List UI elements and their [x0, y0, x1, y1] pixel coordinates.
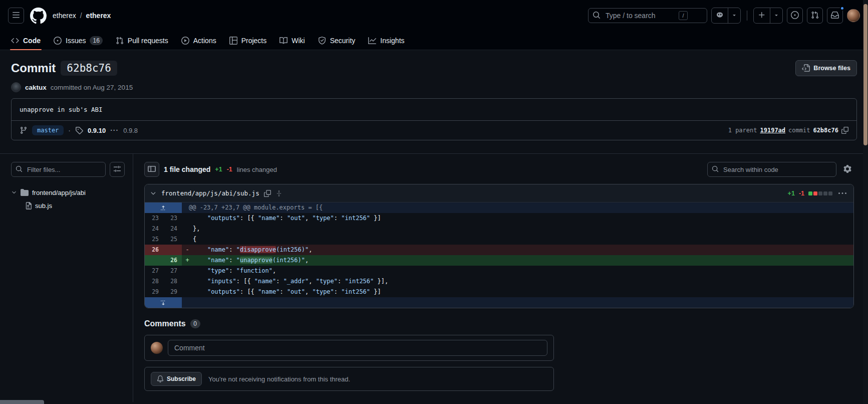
- filter-files-input[interactable]: [26, 165, 81, 174]
- author-avatar[interactable]: [11, 82, 21, 92]
- bell-icon: [157, 375, 164, 382]
- code-line[interactable]: {: [182, 234, 853, 245]
- old-line-number[interactable]: 26: [145, 245, 163, 255]
- branch-label[interactable]: master: [32, 125, 64, 135]
- breadcrumb-owner-link[interactable]: etherex: [53, 12, 76, 20]
- line-number-gutter: 2828: [145, 276, 182, 287]
- global-search[interactable]: /: [588, 8, 707, 23]
- new-line-number[interactable]: 27: [163, 266, 182, 276]
- diff-expand-up-button[interactable]: [145, 203, 182, 213]
- old-line-number[interactable]: 24: [145, 224, 163, 234]
- collapse-file-chevron-button[interactable]: [150, 190, 157, 197]
- more-tags-button[interactable]: ···: [110, 126, 119, 134]
- tag-0910-link[interactable]: 0.9.10: [88, 127, 106, 134]
- subscribe-button[interactable]: Subscribe: [151, 372, 202, 386]
- create-new-button[interactable]: [754, 8, 770, 23]
- tree-folder-row[interactable]: frontend/app/js/abi: [11, 186, 125, 199]
- diff-settings-button[interactable]: [841, 163, 854, 176]
- diff-row-context: 2727 "type": "function",: [145, 266, 853, 276]
- commit-word-label: commit: [788, 127, 810, 134]
- code-line[interactable]: "outputs": [{ "name": "out", "type": "in…: [182, 287, 853, 297]
- page-title: Commit: [11, 61, 56, 75]
- new-line-number[interactable]: 29: [163, 287, 182, 297]
- tab-insights[interactable]: Insights: [363, 31, 409, 50]
- tab-code[interactable]: Code: [6, 31, 46, 50]
- old-line-number[interactable]: 27: [145, 266, 163, 276]
- parent-sha-link[interactable]: 19197ad: [760, 127, 785, 134]
- new-line-number[interactable]: 28: [163, 276, 182, 287]
- full-commit-sha: 62b8c76: [813, 127, 838, 134]
- new-line-number[interactable]: 25: [163, 234, 182, 245]
- tab-label: Insights: [380, 37, 404, 45]
- file-path[interactable]: frontend/app/js/abi/sub.js: [161, 189, 259, 197]
- code-line[interactable]: "type": "function",: [182, 266, 853, 276]
- tag-098-link[interactable]: 0.9.8: [123, 127, 138, 134]
- author-login-link[interactable]: caktux: [25, 84, 47, 91]
- copy-sha-button[interactable]: [841, 127, 848, 134]
- hamburger-menu-button[interactable]: [8, 8, 24, 24]
- diffstat-block-deleted: [813, 191, 817, 195]
- tab-issues[interactable]: Issues16: [49, 31, 108, 50]
- line-number-gutter: 2525: [145, 234, 182, 245]
- code-line[interactable]: "outputs": [{ "name": "out", "type": "in…: [182, 213, 853, 224]
- search-within-code-input[interactable]: [722, 165, 817, 174]
- current-user-avatar: [151, 342, 163, 354]
- tab-security[interactable]: Security: [313, 31, 361, 50]
- line-number-gutter: 26: [145, 255, 182, 266]
- breadcrumb-repo-link[interactable]: etherex: [86, 12, 111, 20]
- drag-handle-icon[interactable]: [275, 190, 282, 197]
- tree-file-row[interactable]: sub.js: [24, 199, 125, 212]
- breadcrumb: etherex / etherex: [53, 12, 111, 20]
- file-additions: +1: [788, 190, 795, 197]
- copy-path-button[interactable]: [264, 190, 271, 197]
- file-tree: frontend/app/js/abisub.js: [11, 186, 125, 212]
- old-line-number[interactable]: 23: [145, 213, 163, 224]
- user-avatar[interactable]: [847, 9, 860, 22]
- new-line-number[interactable]: 24: [163, 224, 182, 234]
- browse-files-button[interactable]: Browse files: [795, 60, 857, 76]
- code-line[interactable]: "inputs": [{ "name": "_addr", "type": "i…: [182, 276, 853, 287]
- file-options-kebab-button[interactable]: [836, 189, 848, 197]
- scrollbar-thumb[interactable]: [863, 4, 867, 145]
- tab-wiki[interactable]: Wiki: [274, 31, 310, 50]
- new-line-number[interactable]: 23: [163, 213, 182, 224]
- comment-input[interactable]: [168, 340, 547, 356]
- old-line-number[interactable]: [145, 255, 163, 266]
- issue-opened-icon: [791, 11, 799, 21]
- code-line[interactable]: },: [182, 224, 853, 234]
- diff-row-context: 2323 "outputs": [{ "name": "out", "type"…: [145, 213, 853, 224]
- search-within-code-field[interactable]: [707, 162, 836, 177]
- code-line[interactable]: - "name": "disapprove(int256)",: [182, 245, 853, 255]
- copilot-dropdown-button[interactable]: [728, 8, 740, 23]
- diff-row-add: 26+ "name": "unapprove(int256)",: [145, 255, 853, 266]
- tab-projects[interactable]: Projects: [224, 31, 272, 50]
- copilot-button[interactable]: [712, 8, 728, 23]
- github-logo-icon[interactable]: [30, 8, 47, 24]
- diff-expand-down-button[interactable]: [145, 297, 182, 308]
- create-new-dropdown-button[interactable]: [770, 8, 782, 23]
- file-diff-icon: [24, 202, 32, 210]
- diffstat-block-added: [808, 191, 812, 195]
- new-line-number[interactable]: 26: [163, 255, 182, 266]
- new-line-number[interactable]: [163, 245, 182, 255]
- diff-row-context: 2828 "inputs": [{ "name": "_addr", "type…: [145, 276, 853, 287]
- tree-options-button[interactable]: [110, 162, 125, 177]
- old-line-number[interactable]: 28: [145, 276, 163, 287]
- diff-row-context: 2525{: [145, 234, 853, 245]
- line-number-gutter: 26: [145, 245, 182, 255]
- pull-requests-quicklink-button[interactable]: [807, 8, 823, 24]
- app-header: etherex / etherex /: [0, 0, 868, 31]
- old-line-number[interactable]: 29: [145, 287, 163, 297]
- tab-actions[interactable]: Actions: [176, 31, 221, 50]
- issues-quicklink-button[interactable]: [787, 8, 803, 24]
- code-line[interactable]: + "name": "unapprove(int256)",: [182, 255, 853, 266]
- global-search-input[interactable]: [605, 11, 675, 20]
- files-changed-label: 1 file changed: [164, 165, 210, 173]
- browser-link-preview: [0, 400, 44, 404]
- diff-row-context: 2424},: [145, 224, 853, 234]
- toggle-file-tree-button[interactable]: [144, 162, 159, 177]
- old-line-number[interactable]: 25: [145, 234, 163, 245]
- filter-files-field[interactable]: [11, 162, 106, 177]
- subscribe-notice: You're not receiving notifications from …: [208, 375, 350, 383]
- tab-pull-requests[interactable]: Pull requests: [111, 31, 173, 50]
